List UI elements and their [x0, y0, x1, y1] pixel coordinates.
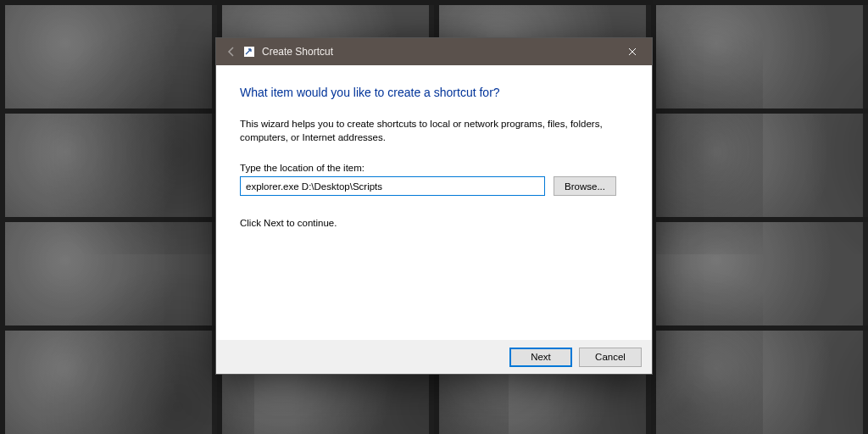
- close-button[interactable]: [613, 38, 652, 65]
- location-label: Type the location of the item:: [240, 163, 628, 173]
- create-shortcut-dialog: Create Shortcut What item would you like…: [215, 37, 653, 375]
- close-icon: [628, 47, 637, 56]
- wizard-page: What item would you like to create a sho…: [216, 65, 652, 340]
- window-title: Create Shortcut: [262, 46, 333, 58]
- shortcut-wizard-icon: [243, 46, 255, 58]
- titlebar[interactable]: Create Shortcut: [216, 38, 652, 65]
- dialog-footer: Next Cancel: [216, 340, 652, 374]
- page-heading: What item would you like to create a sho…: [240, 86, 628, 99]
- browse-button[interactable]: Browse...: [554, 176, 616, 196]
- page-description: This wizard helps you to create shortcut…: [240, 118, 621, 144]
- back-icon: [225, 45, 238, 58]
- next-button[interactable]: Next: [509, 348, 572, 367]
- svg-rect-0: [244, 47, 254, 57]
- location-input[interactable]: [240, 176, 545, 196]
- location-row: Browse...: [240, 176, 628, 196]
- instruction-text: Click Next to continue.: [240, 218, 628, 228]
- cancel-button[interactable]: Cancel: [579, 348, 642, 367]
